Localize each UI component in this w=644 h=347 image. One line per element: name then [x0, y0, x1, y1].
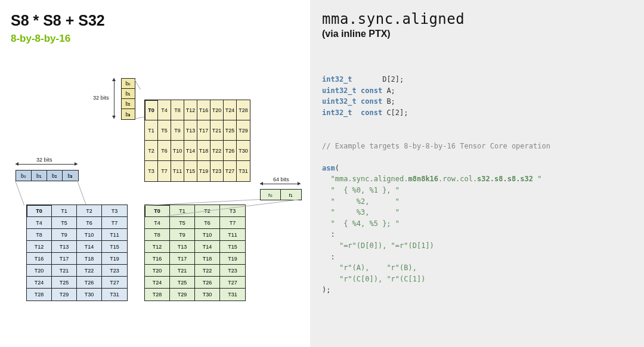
tok: C[2];	[382, 109, 408, 117]
thread-cell: T3	[145, 161, 158, 181]
tok-str: "=r"(D[0]), "=r"(D[1])	[339, 241, 434, 250]
thread-cell: T13	[170, 241, 195, 253]
thread-cell: T26	[195, 277, 220, 289]
thread-cell: T20	[210, 100, 224, 120]
blue-thread-grid: T0T1T2T3T4T5T6T7T8T9T10T11T12T13T14T15T1…	[26, 205, 128, 301]
tok-type: uint32_t const	[322, 97, 382, 106]
thread-cell: T11	[102, 229, 127, 241]
thread-cell: T4	[158, 100, 171, 120]
thread-cell: T30	[195, 289, 220, 300]
thread-cell: T28	[237, 100, 250, 120]
tok: B;	[382, 97, 395, 106]
thread-cell: T13	[52, 241, 77, 253]
tok-str: "mma.sync.aligned.	[330, 175, 408, 183]
thread-cell: T17	[170, 253, 195, 265]
connector	[77, 181, 86, 206]
thread-cell: T25	[170, 277, 195, 289]
arrow-64bits	[260, 184, 301, 184]
tok: :	[330, 230, 335, 238]
thread-cell: T30	[237, 141, 250, 161]
thread-cell: T29	[52, 289, 77, 300]
tok-str: " %3, "	[330, 208, 400, 216]
thread-cell: T31	[102, 289, 127, 300]
thread-cell: T30	[77, 289, 102, 300]
blue-byte: b₁	[32, 171, 47, 181]
tok-str: "r"(C[0]), "r"(C[1])	[339, 275, 426, 283]
thread-cell: T6	[158, 141, 171, 161]
green-thread-grid: T0T1T2T3T4T5T6T7T8T9T10T11T12T13T14T15T1…	[144, 205, 246, 301]
tok-type: uint32_t const	[322, 86, 382, 95]
tok-str: "r"(A), "r"(B),	[339, 264, 417, 272]
thread-cell: T5	[158, 120, 171, 141]
thread-cell: T22	[77, 265, 102, 277]
code-subtitle: (via inline PTX)	[322, 29, 632, 39]
thread-cell: T2	[77, 205, 102, 217]
thread-cell: T21	[170, 265, 195, 277]
tok-str-bold: s32.s8.s8.s32	[477, 175, 533, 183]
thread-cell: T1	[52, 205, 77, 217]
thread-cell: T28	[145, 289, 170, 300]
yellow-byte: b₀	[122, 79, 135, 89]
thread-cell: T6	[77, 217, 102, 229]
title-sub: 8-by-8-by-16	[11, 33, 299, 45]
tok: (	[335, 164, 339, 172]
yellow-bytes-column: b₀ b₁ b₂ b₃	[121, 78, 135, 120]
thread-cell: T27	[220, 277, 245, 289]
thread-cell: T7	[102, 217, 127, 229]
thread-cell: T23	[102, 265, 127, 277]
thread-cell: T15	[220, 241, 245, 253]
thread-cell: T18	[77, 253, 102, 265]
thread-cell: T31	[237, 161, 250, 181]
title-main: S8 * S8 + S32	[11, 12, 299, 29]
thread-cell: T2	[145, 141, 158, 161]
thread-cell: T5	[170, 217, 195, 229]
blue-byte: b₀	[16, 171, 32, 181]
thread-cell: T9	[170, 229, 195, 241]
thread-cell: T23	[210, 161, 224, 181]
thread-cell: T26	[224, 141, 237, 161]
thread-cell: T26	[77, 277, 102, 289]
thread-cell: T14	[77, 241, 102, 253]
thread-cell: T14	[184, 141, 197, 161]
blue-byte: b₂	[47, 171, 63, 181]
thread-cell: T12	[184, 100, 197, 120]
left-panel: S8 * S8 + S32 8-by-8-by-16 32 bits b₀ b₁…	[0, 0, 310, 347]
thread-cell: T22	[195, 265, 220, 277]
yellow-byte: b₁	[122, 89, 135, 99]
thread-cell: T27	[224, 161, 237, 181]
tok-str: .row.col.	[438, 175, 477, 183]
thread-cell: T9	[171, 120, 184, 141]
code-block: int32_t D[2]; uint32_t const A; uint32_t…	[322, 74, 632, 296]
thread-cell: T16	[27, 253, 52, 265]
thread-cell: T11	[171, 161, 184, 181]
thread-cell: T1	[145, 120, 158, 141]
thread-cell: T18	[195, 253, 220, 265]
code-comment: // Example targets 8-by-8-by-16 Tensor C…	[322, 142, 550, 150]
thread-cell: T4	[27, 217, 52, 229]
thread-cell: T10	[195, 229, 220, 241]
thread-cell: T17	[197, 120, 210, 141]
diagram: 32 bits b₀ b₁ b₂ b₃ T0T4T8T12T16T20T24T2…	[11, 69, 299, 331]
thread-cell: T3	[102, 205, 127, 217]
thread-cell: T8	[27, 229, 52, 241]
thread-cell: T22	[210, 141, 224, 161]
thread-cell: T14	[195, 241, 220, 253]
thread-cell: T13	[184, 120, 197, 141]
thread-cell: T24	[27, 277, 52, 289]
thread-cell: T29	[237, 120, 250, 141]
tok-type: int32_t	[322, 75, 352, 83]
thread-cell: T29	[170, 289, 195, 300]
thread-cell: T6	[195, 217, 220, 229]
thread-cell: T20	[145, 265, 170, 277]
label-64bits: 64 bits	[273, 176, 289, 182]
thread-cell: T15	[184, 161, 197, 181]
thread-cell: T12	[27, 241, 52, 253]
tok-kw: asm	[322, 164, 335, 172]
arrow-32bits-h	[16, 164, 78, 165]
thread-cell: T25	[52, 277, 77, 289]
thread-cell: T8	[145, 229, 170, 241]
thread-cell: T31	[220, 289, 245, 300]
thread-cell: T19	[102, 253, 127, 265]
tok-str: "	[533, 175, 541, 183]
thread-cell: T7	[220, 217, 245, 229]
